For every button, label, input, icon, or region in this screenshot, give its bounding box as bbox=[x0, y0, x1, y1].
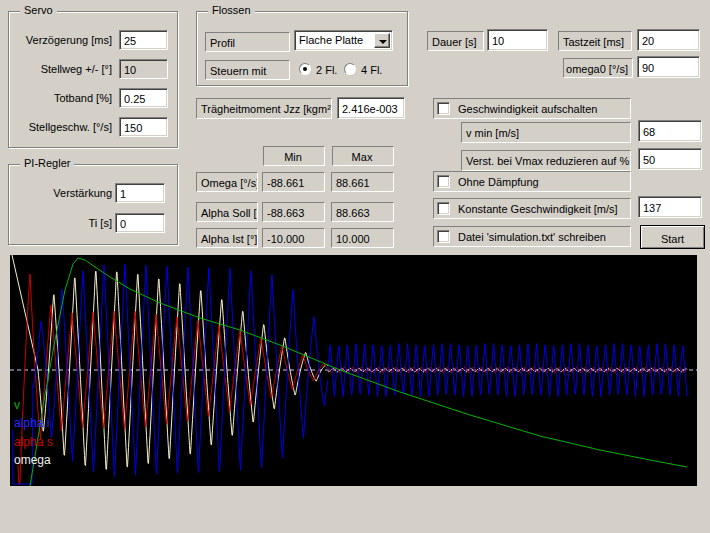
verst-vmax-label: Verst. bei Vmax reduzieren auf % bbox=[461, 150, 631, 171]
tastzeit-label: Tastzeit [ms] bbox=[558, 31, 632, 51]
profil-label: Profil bbox=[205, 32, 290, 52]
app-window: { "window": {"bg": "#d4d0c8"}, "servo": … bbox=[0, 0, 710, 533]
profil-combobox-dropdown-button[interactable] bbox=[374, 33, 390, 48]
legend-v: v bbox=[14, 398, 20, 412]
dauer-input[interactable] bbox=[487, 29, 548, 51]
ti-label: Ti [s] bbox=[8, 217, 112, 229]
ohne-daempfung-option[interactable]: Ohne Dämpfung bbox=[433, 171, 631, 192]
radio-2fl[interactable] bbox=[299, 63, 311, 75]
konstante-geschwindigkeit-label: Konstante Geschwindigkeit [m/s] bbox=[458, 203, 618, 215]
plot-area: v alpha i alpha s omega bbox=[10, 255, 697, 486]
ti-input[interactable] bbox=[115, 213, 165, 233]
omega-row-label: Omega [°/s] bbox=[196, 172, 258, 192]
profil-combobox[interactable]: Flache Platte bbox=[294, 30, 393, 51]
omega0-label: omega0 [°/s] bbox=[563, 58, 633, 78]
verstaerkung-label: Verstärkung bbox=[8, 187, 112, 199]
vmin-input[interactable] bbox=[638, 120, 702, 142]
omega0-input[interactable] bbox=[637, 56, 700, 78]
radio-4fl-label: 4 Fl. bbox=[361, 64, 382, 76]
totband-label: Totband [%] bbox=[8, 92, 112, 104]
chevron-down-icon bbox=[379, 40, 387, 44]
servo-group-title: Servo bbox=[20, 4, 57, 16]
profil-combobox-value: Flache Platte bbox=[299, 34, 363, 46]
verst-vmax-input[interactable] bbox=[638, 148, 702, 170]
stellweg-label: Stellweg +/- [°] bbox=[8, 63, 112, 75]
verzoegerung-input[interactable] bbox=[119, 30, 168, 50]
geschwindigkeit-aufschalten-checkbox[interactable] bbox=[437, 102, 450, 115]
max-header: Max bbox=[332, 146, 394, 166]
datei-schreiben-checkbox[interactable] bbox=[437, 230, 450, 243]
start-button[interactable]: Start bbox=[640, 225, 705, 249]
alpha-ist-row-label: Alpha Ist [°] bbox=[196, 228, 258, 248]
flossen-group-title: Flossen bbox=[208, 4, 255, 16]
alpha-soll-min-value: -88.663 bbox=[262, 202, 325, 222]
datei-schreiben-option[interactable]: Datei 'simulation.txt' schreiben bbox=[433, 226, 631, 247]
ohne-daempfung-checkbox[interactable] bbox=[437, 175, 450, 188]
stellgeschw-input[interactable] bbox=[119, 117, 168, 137]
vmin-label: v min [m/s] bbox=[461, 122, 631, 143]
konstante-geschwindigkeit-input[interactable] bbox=[638, 196, 702, 218]
legend-alpha-s: alpha s bbox=[14, 435, 53, 449]
legend-alpha-i: alpha i bbox=[14, 416, 49, 430]
stellweg-input bbox=[119, 59, 168, 79]
totband-input[interactable] bbox=[119, 88, 168, 108]
verstaerkung-input[interactable] bbox=[115, 183, 165, 203]
radio-2fl-label: 2 Fl. bbox=[316, 64, 337, 76]
datei-schreiben-label: Datei 'simulation.txt' schreiben bbox=[458, 231, 606, 243]
stellgeschw-label: Stellgeschw. [°/s] bbox=[8, 121, 112, 133]
pi-regler-group-title: PI-Regler bbox=[20, 157, 74, 169]
min-header: Min bbox=[263, 146, 325, 166]
ohne-daempfung-label: Ohne Dämpfung bbox=[458, 176, 539, 188]
konstante-geschwindigkeit-checkbox[interactable] bbox=[437, 202, 450, 215]
omega-min-value: -88.661 bbox=[262, 172, 325, 192]
alpha-ist-min-value: -10.000 bbox=[262, 228, 325, 248]
alpha-soll-row-label: Alpha Soll [°] bbox=[196, 202, 258, 222]
verzoegerung-label: Verzögerung [ms] bbox=[8, 34, 112, 46]
konstante-geschwindigkeit-option[interactable]: Konstante Geschwindigkeit [m/s] bbox=[433, 198, 631, 219]
legend-omega: omega bbox=[14, 453, 51, 467]
traegheitsmoment-label: Trägheitmoment Jzz [kgm²] bbox=[196, 98, 332, 119]
omega-max-value: 88.661 bbox=[331, 172, 394, 192]
steuern-mit-label: Steuern mit bbox=[205, 60, 290, 80]
radio-4fl[interactable] bbox=[344, 63, 356, 75]
alpha-soll-max-value: 88.663 bbox=[331, 202, 394, 222]
dauer-label: Dauer [s] bbox=[427, 31, 484, 51]
tastzeit-input[interactable] bbox=[637, 29, 700, 51]
geschwindigkeit-aufschalten-option[interactable]: Geschwindigkeit aufschalten bbox=[433, 98, 631, 119]
plot-svg bbox=[10, 255, 697, 486]
traegheitsmoment-input[interactable] bbox=[337, 97, 405, 119]
alpha-ist-max-value: 10.000 bbox=[331, 228, 394, 248]
geschwindigkeit-aufschalten-label: Geschwindigkeit aufschalten bbox=[458, 103, 597, 115]
